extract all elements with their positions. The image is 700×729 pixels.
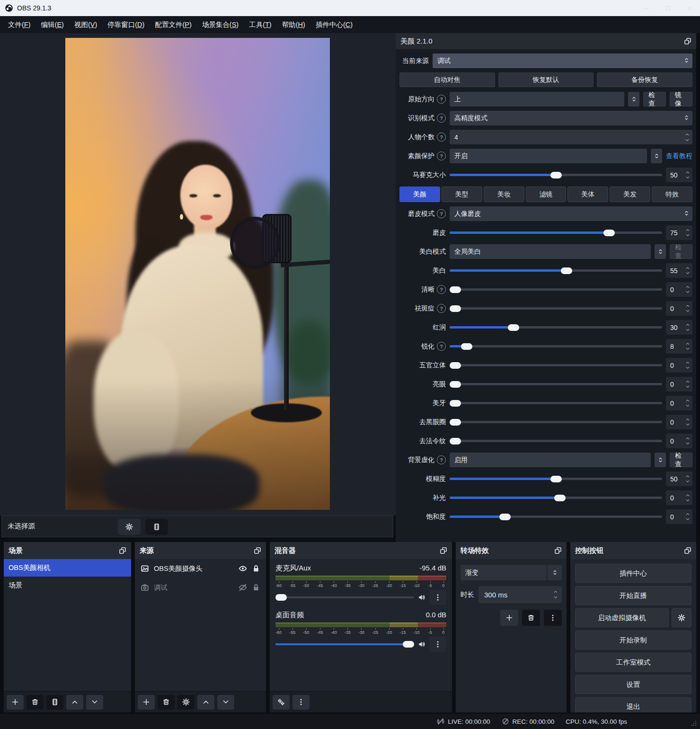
lock-icon[interactable]	[252, 564, 260, 573]
祛斑痘-slider[interactable]	[450, 301, 662, 316]
resize-grip[interactable]	[690, 719, 697, 727]
value-box[interactable]: 75	[666, 225, 692, 240]
value-spinner[interactable]	[685, 398, 690, 408]
slider-track[interactable]	[450, 402, 662, 404]
红润-slider[interactable]	[450, 320, 662, 335]
source-properties-button[interactable]	[118, 519, 141, 535]
美牙-slider[interactable]	[450, 396, 662, 410]
value-box[interactable]: 0	[666, 434, 692, 448]
slider-handle[interactable]	[275, 594, 287, 601]
gear-button[interactable]	[177, 695, 195, 710]
trash-button[interactable]	[158, 695, 175, 710]
slider-track[interactable]	[450, 516, 662, 518]
number-spinner-人物个数[interactable]: 4	[450, 130, 692, 144]
control-button-工作室模式[interactable]: 工作室模式	[575, 653, 691, 672]
tab-美体[interactable]: 美体	[567, 187, 608, 202]
slider-track[interactable]	[450, 326, 662, 329]
speaker-icon[interactable]	[418, 594, 425, 601]
饱和度-slider[interactable]	[450, 509, 662, 524]
control-button-设置[interactable]: 设置	[575, 675, 691, 694]
audio-settings-button[interactable]	[273, 695, 290, 710]
dropdown-spinner-button[interactable]	[655, 453, 666, 467]
tab-特效[interactable]: 特效	[652, 187, 692, 202]
dropdown-上[interactable]: 上	[450, 92, 624, 107]
补光-slider[interactable]	[450, 490, 662, 505]
value-box[interactable]: 55	[666, 263, 692, 278]
value-spinner[interactable]	[685, 436, 690, 446]
trash-button[interactable]	[27, 695, 44, 710]
mosaic-slider[interactable]	[450, 168, 662, 182]
value-box[interactable]: 0	[666, 396, 692, 410]
control-button-退出[interactable]: 退出	[575, 697, 691, 712]
action-button-恢复默认[interactable]: 恢复默认	[498, 72, 594, 87]
volume-slider[interactable]	[275, 640, 414, 649]
dropdown-全局美白[interactable]: 全局美白	[450, 244, 651, 259]
transition-select-spinner[interactable]	[548, 565, 562, 580]
button-检查[interactable]: 检查	[643, 92, 666, 107]
slider-track[interactable]	[450, 383, 662, 385]
value-spinner[interactable]	[685, 322, 690, 332]
value-box[interactable]: 50	[666, 168, 692, 182]
slider-handle[interactable]	[561, 267, 572, 274]
slider-track[interactable]	[450, 269, 662, 272]
eye-icon[interactable]	[239, 564, 247, 573]
清晰-slider[interactable]	[450, 282, 662, 297]
slider-track[interactable]	[450, 421, 662, 423]
五官立体-slider[interactable]	[450, 358, 662, 373]
slider-track[interactable]	[450, 231, 662, 234]
tab-美颜[interactable]: 美颜	[399, 187, 440, 202]
minimize-button[interactable]	[635, 0, 656, 16]
value-spinner[interactable]	[685, 228, 690, 238]
slider-handle[interactable]	[603, 230, 615, 236]
slider-track[interactable]	[275, 596, 414, 598]
kebab-button[interactable]	[292, 695, 310, 710]
dropdown-调试[interactable]: 调试	[433, 53, 692, 68]
value-box[interactable]: 0	[666, 282, 692, 297]
value-box[interactable]: 0	[666, 377, 692, 391]
value-spinner[interactable]	[685, 341, 690, 351]
tab-美发[interactable]: 美发	[610, 187, 650, 202]
menu-item-9[interactable]: 插件中心(C)	[310, 16, 358, 33]
action-button-自动对焦[interactable]: 自动对焦	[399, 72, 495, 87]
menu-item-3[interactable]: 视图(V)	[69, 16, 102, 33]
filters-button[interactable]	[46, 695, 63, 710]
preview-video[interactable]	[65, 38, 330, 510]
slider-handle[interactable]	[550, 172, 562, 178]
chevron-up-button[interactable]	[66, 695, 83, 710]
control-button-开始直播[interactable]: 开始直播	[575, 586, 691, 605]
value-spinner[interactable]	[685, 284, 690, 294]
value-spinner[interactable]	[685, 512, 690, 522]
亮眼-slider[interactable]	[450, 377, 662, 391]
value-box[interactable]: 0	[666, 415, 692, 429]
value-box[interactable]: 30	[666, 320, 692, 335]
slider-handle[interactable]	[450, 286, 461, 293]
menu-item-6[interactable]: 场景集合(S)	[197, 16, 244, 33]
button-检查-美白模式[interactable]: 检查	[670, 244, 692, 259]
value-spinner[interactable]	[685, 132, 690, 142]
value-box[interactable]: 0	[666, 358, 692, 373]
scene-item-OBS美颜相机[interactable]: OBS美颜相机	[4, 559, 131, 577]
slider-handle[interactable]	[450, 419, 461, 426]
chevron-down-button[interactable]	[217, 695, 234, 710]
dropdown-高精度模式[interactable]: 高精度模式	[450, 111, 692, 125]
slider-handle[interactable]	[450, 362, 461, 369]
speaker-icon[interactable]	[418, 640, 425, 648]
slider-handle[interactable]	[450, 400, 461, 407]
preview-canvas[interactable]	[0, 33, 396, 516]
slider-handle[interactable]	[499, 514, 511, 520]
dropdown-spinner-button[interactable]	[655, 244, 666, 259]
dropdown-启用[interactable]: 启用	[450, 453, 651, 467]
lock-icon[interactable]	[252, 583, 260, 592]
tab-美型[interactable]: 美型	[442, 187, 482, 202]
value-box[interactable]: 0	[666, 509, 692, 524]
value-spinner[interactable]	[685, 303, 690, 313]
value-spinner[interactable]	[685, 474, 690, 484]
channel-menu-button[interactable]	[429, 637, 446, 652]
slider-handle[interactable]	[554, 495, 566, 501]
slider-handle[interactable]	[450, 305, 461, 312]
chevron-up-button[interactable]	[197, 695, 214, 710]
virtual-camera-settings-button[interactable]	[672, 608, 691, 627]
slider-handle[interactable]	[450, 381, 461, 388]
menu-item-5[interactable]: 配置文件(P)	[150, 16, 196, 33]
美白-slider[interactable]	[450, 263, 662, 278]
